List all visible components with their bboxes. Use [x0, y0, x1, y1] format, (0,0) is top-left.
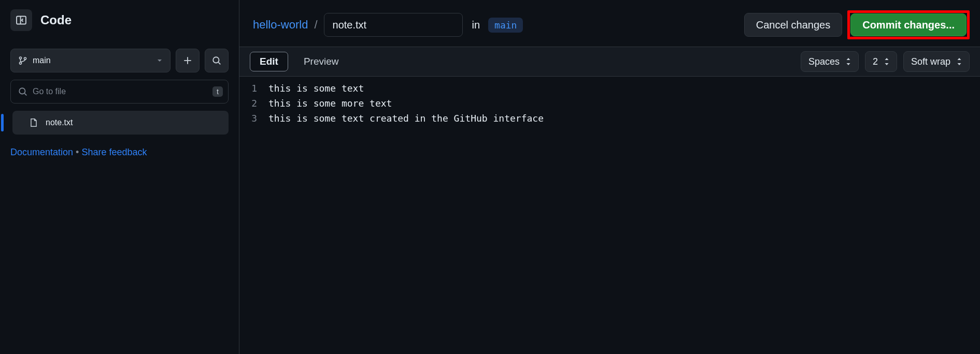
in-label: in	[472, 19, 480, 31]
file-tree: note.txt	[10, 111, 229, 135]
share-feedback-link[interactable]: Share feedback	[81, 147, 147, 157]
wrap-mode-select[interactable]: Soft wrap	[903, 51, 970, 72]
caret-down-icon	[157, 57, 163, 64]
line-content: this is some text	[268, 81, 364, 96]
indent-mode-select[interactable]: Spaces	[801, 51, 859, 72]
branch-icon	[18, 56, 27, 65]
tab-edit-label: Edit	[260, 56, 278, 67]
svg-point-9	[19, 88, 25, 94]
branch-label: main	[33, 56, 51, 65]
sidebar-footer: Documentation • Share feedback	[10, 147, 229, 158]
svg-line-10	[24, 93, 26, 95]
file-tree-item[interactable]: note.txt	[12, 111, 229, 135]
sidebar-panel-icon	[16, 14, 27, 26]
search-files-button[interactable]	[205, 49, 229, 72]
editor-toolbar: Edit Preview Spaces 2 Soft wrap	[239, 47, 980, 77]
sidebar: Code main Go to file t note.txt Document…	[0, 0, 239, 354]
unfold-icon	[846, 58, 851, 65]
indent-size-select[interactable]: 2	[865, 51, 897, 72]
file-search-placeholder: Go to file	[33, 87, 66, 96]
line-content: this is some text created in the GitHub …	[268, 111, 544, 126]
tab-preview-label: Preview	[304, 56, 339, 67]
file-icon	[29, 117, 38, 128]
line-number: 3	[239, 111, 268, 126]
commit-button-label: Commit changes...	[862, 19, 955, 31]
svg-line-8	[218, 62, 220, 64]
editor-line[interactable]: 1this is some text	[239, 81, 980, 96]
breadcrumb-row: hello-world / in main Cancel changes Com…	[239, 0, 980, 47]
branch-selector[interactable]: main	[10, 49, 171, 72]
main: hello-world / in main Cancel changes Com…	[239, 0, 980, 354]
tab-preview[interactable]: Preview	[294, 52, 348, 71]
collapse-panel-button[interactable]	[10, 9, 32, 31]
plus-icon	[183, 56, 192, 65]
sidebar-header: Code	[10, 9, 229, 31]
code-editor[interactable]: 1this is some text2this is some more tex…	[239, 77, 980, 354]
file-search-kbd: t	[212, 86, 223, 97]
branch-badge[interactable]: main	[488, 18, 523, 33]
breadcrumb-separator: /	[313, 18, 318, 32]
commit-button-highlight: Commit changes...	[847, 10, 970, 39]
indent-mode-label: Spaces	[808, 56, 840, 67]
search-icon	[18, 87, 27, 96]
tab-edit[interactable]: Edit	[250, 52, 288, 71]
line-content: this is some more text	[268, 96, 392, 111]
file-tree-item-label: note.txt	[46, 118, 73, 127]
svg-point-3	[19, 62, 21, 64]
line-number: 2	[239, 96, 268, 111]
svg-point-4	[24, 57, 26, 60]
add-file-button[interactable]	[176, 49, 200, 72]
footer-separator: •	[76, 147, 81, 157]
editor-line[interactable]: 3this is some text created in the GitHub…	[239, 111, 980, 126]
commit-button[interactable]: Commit changes...	[850, 13, 967, 36]
repo-link[interactable]: hello-world	[253, 18, 308, 32]
unfold-icon	[957, 58, 962, 65]
documentation-link[interactable]: Documentation	[10, 147, 73, 157]
wrap-mode-label: Soft wrap	[911, 56, 950, 67]
unfold-icon	[884, 58, 889, 65]
search-icon	[212, 56, 221, 65]
file-search-input[interactable]: Go to file t	[10, 80, 229, 104]
filename-input[interactable]	[324, 13, 463, 37]
svg-point-7	[213, 57, 219, 63]
editor-line[interactable]: 2this is some more text	[239, 96, 980, 111]
line-number: 1	[239, 81, 268, 96]
branch-row: main	[10, 49, 229, 72]
sidebar-title: Code	[40, 13, 72, 27]
cancel-button[interactable]: Cancel changes	[744, 13, 842, 37]
indent-size-label: 2	[873, 56, 878, 67]
cancel-button-label: Cancel changes	[756, 19, 830, 31]
svg-point-2	[19, 57, 21, 59]
